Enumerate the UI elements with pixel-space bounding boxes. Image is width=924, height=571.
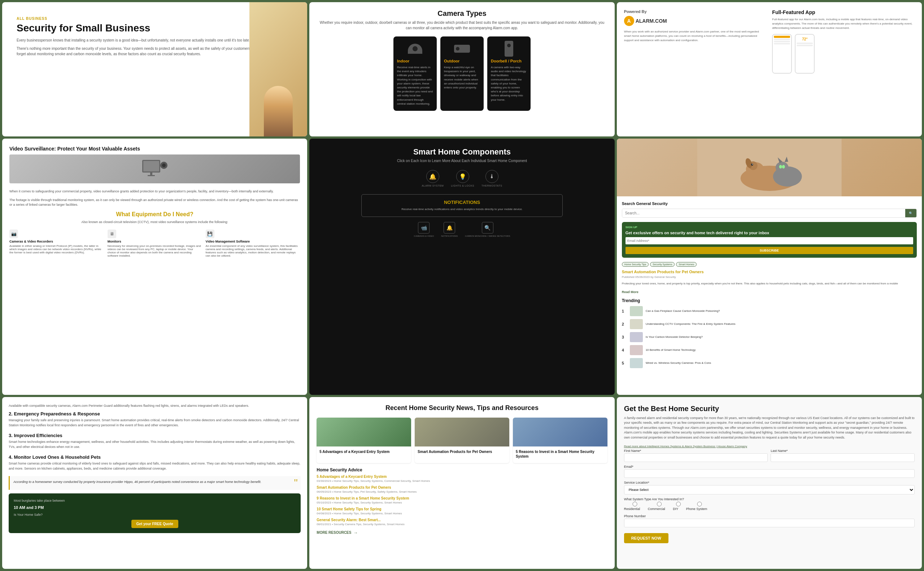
smart-home-title: Smart Home Components: [413, 147, 511, 157]
option-phone[interactable]: Phone System: [686, 502, 713, 511]
bullet-shape: [454, 45, 470, 53]
signup-box: SIGN UP Get exclusive offers on security…: [622, 222, 917, 258]
service-label: Service Location*: [624, 481, 915, 485]
request-button[interactable]: REQUEST NOW: [624, 533, 668, 543]
eq-software: 💾 Video Management Software An essential…: [206, 230, 300, 257]
cameras-video-icon-item[interactable]: 📹 CAMERAS & VIDEO: [414, 222, 434, 237]
search-label: Search General Security: [622, 201, 917, 206]
news-card-body-1: 5 Advantages of a Keycard Entry System: [316, 446, 411, 458]
get-quote-button[interactable]: Get your FREE Quote: [131, 520, 178, 528]
smart-home-bottom-icons: 📹 CAMERAS & VIDEO 🔔 NOTIFICATIONS 🔍 CARB…: [414, 222, 511, 237]
email-input[interactable]: [624, 469, 915, 478]
search-button[interactable]: 🔍: [905, 209, 916, 217]
news-link-1[interactable]: 5 Advantages of a Keycard Entry System: [316, 475, 607, 478]
option-residential[interactable]: Residential: [624, 502, 646, 511]
camera-card-outdoor[interactable]: Outdoor Keep a watchful eye on trespasse…: [440, 37, 484, 111]
radio-commercial[interactable]: [648, 502, 671, 506]
trending-title-3[interactable]: Is Your Carbon Monoxide Detector Beeping…: [646, 335, 703, 339]
alarm-system-label: ALARM SYSTEM: [422, 184, 444, 187]
camera-card-doorbell[interactable]: Doorbell / Porch A camera with two-way a…: [487, 37, 531, 111]
trending-title-4[interactable]: 10 Benefits of Smart Home Technology: [646, 348, 696, 352]
last-name-input[interactable]: [771, 453, 915, 462]
eq-cameras-desc: Available in either analog or Internet P…: [9, 244, 101, 254]
first-name-input[interactable]: [624, 453, 768, 462]
emergency-num: 2: [9, 411, 11, 417]
news-meta-2: 06/05/2023 • Home Security Tips, Pet Sec…: [316, 490, 607, 494]
best-security-title: Get the Best Home Security: [624, 404, 915, 413]
quote-box: " According to a homeowner survey conduc…: [9, 476, 301, 490]
service-field: Service Location* Please Select: [624, 481, 915, 494]
alarm-system-icon: 🔔: [426, 170, 439, 183]
trending-num-2: 2: [622, 322, 627, 326]
phone-bar-1: [774, 36, 790, 38]
search-input[interactable]: [622, 209, 905, 217]
news-card-3[interactable]: 5 Reasons to Invest in a Smart Home Secu…: [513, 418, 608, 463]
radio-diy[interactable]: [673, 502, 684, 506]
trending-title-1[interactable]: Can a Gas Fireplace Cause Carbon Monoxid…: [646, 309, 720, 313]
news-link-2[interactable]: Smart Automation Products for Pet Owners: [316, 485, 607, 489]
trending-thumb-4: [630, 345, 643, 355]
notifications-icon-item[interactable]: 🔔 NOTIFICATIONS: [441, 222, 458, 237]
trending-title-5[interactable]: Wired vs. Wireless Security Cameras: Pro…: [646, 361, 711, 365]
tag-security-systems[interactable]: Security Systems: [650, 262, 675, 267]
camera-card-indoor[interactable]: Indoor Receive real-time alerts in the e…: [393, 37, 437, 111]
bot-right-panel: Get the Best Home Security A family-owne…: [617, 397, 922, 569]
phone-input[interactable]: [624, 519, 915, 527]
news-card-1[interactable]: 5 Advantages of a Keycard Entry System: [316, 418, 411, 463]
smoke-detectors-icon-item[interactable]: 🔍 CARBON MONOXIDE / SMOKE DETECTORS: [465, 222, 510, 237]
signup-title: Get exclusive offers on security and hom…: [626, 230, 913, 235]
trending-title-2[interactable]: Understanding CCTV Components: The Fire …: [646, 322, 736, 326]
smoke-detectors-label: CARBON MONOXIDE / SMOKE DETECTORS: [465, 235, 510, 237]
phone-field: Phone Number: [624, 514, 915, 527]
news-link-4[interactable]: 10 Smart Home Safety Tips for Spring: [316, 507, 607, 511]
cameras-video-label: CAMERAS & VIDEO: [414, 235, 434, 237]
burglary-callout: Most burglaries take place between 10 AM…: [9, 494, 301, 533]
service-select[interactable]: Please Select: [624, 485, 915, 494]
article-link[interactable]: Smart Automation Products for Pet Owners: [622, 270, 917, 274]
trending-thumb-5: [630, 358, 643, 368]
news-card-2[interactable]: Smart Automation Products for Pet Owners: [415, 418, 509, 463]
news-thumb-3: [513, 418, 608, 446]
emergency-title: 2. Emergency Preparedness & Response: [9, 411, 301, 417]
smart-home-subtitle: Click on Each Icon to Learn More About E…: [397, 159, 527, 163]
full-featured-desc: Full-featured app for our Alarm.com tool…: [772, 17, 915, 30]
last-name-label: Last Name*: [771, 449, 915, 453]
radio-residential[interactable]: [624, 502, 646, 506]
alarm-system-icon-item[interactable]: 🔔 ALARM SYSTEM: [422, 170, 444, 187]
news-card-title-2: Smart Automation Products for Pet Owners: [418, 449, 506, 454]
email-label: Email*: [624, 465, 915, 469]
lights-locks-label: LIGHTS & LOCKS: [451, 184, 474, 187]
search-box[interactable]: 🔍: [622, 208, 917, 218]
notification-box: NOTIFICATIONS Receive real-time activity…: [361, 194, 563, 217]
bottom-link[interactable]: Read more about Intelligent Homes System…: [624, 444, 747, 448]
powered-by-label: Powered By: [624, 9, 767, 14]
system-type-options: Residential Commercial DIY Phone System: [624, 502, 915, 511]
trending-thumb-3: [630, 332, 643, 342]
tag-home-security[interactable]: Home Security Tips: [622, 262, 649, 267]
thermostats-icon-item[interactable]: 🌡 THERMOSTATS: [481, 170, 502, 187]
read-more-link[interactable]: Read More: [622, 290, 639, 294]
news-link-5[interactable]: General Security Alarm: Best Smart...: [316, 518, 607, 522]
top-center-panel: Camera Types Whether you require indoor,…: [309, 2, 614, 136]
more-resources-button[interactable]: MORE RESOURCES: [316, 530, 358, 535]
monitor-stand: [150, 173, 152, 175]
smoke-detectors-icon: 🔍: [482, 222, 494, 233]
bot-left-panel: Available with compatible security camer…: [2, 397, 307, 569]
radio-phone[interactable]: [686, 502, 713, 506]
monitor-base: [148, 175, 155, 176]
eq-software-title: Video Management Software: [206, 240, 300, 243]
news-link-3[interactable]: 9 Reasons to Invest in a Smart Home Secu…: [316, 496, 607, 500]
tag-smart-homes[interactable]: Smart Homes: [676, 262, 697, 267]
lights-locks-icon-item[interactable]: 💡 LIGHTS & LOCKS: [451, 170, 474, 187]
subscribe-button[interactable]: SUBSCRIBE: [626, 247, 913, 254]
notification-title: NOTIFICATIONS: [369, 200, 555, 205]
doorbell-desc: A camera with two-way audio and video te…: [491, 65, 527, 102]
signup-tag: SIGN UP: [626, 225, 913, 229]
option-commercial[interactable]: Commercial: [648, 502, 671, 511]
email-input[interactable]: [626, 237, 913, 244]
monitor-svg: [140, 158, 169, 180]
phone-mockups: 72°: [772, 34, 915, 74]
person-silhouette: [264, 86, 293, 136]
monitor-pets-body: Smart home cameras provide critical moni…: [9, 461, 301, 471]
option-diy[interactable]: DIY: [673, 502, 684, 511]
